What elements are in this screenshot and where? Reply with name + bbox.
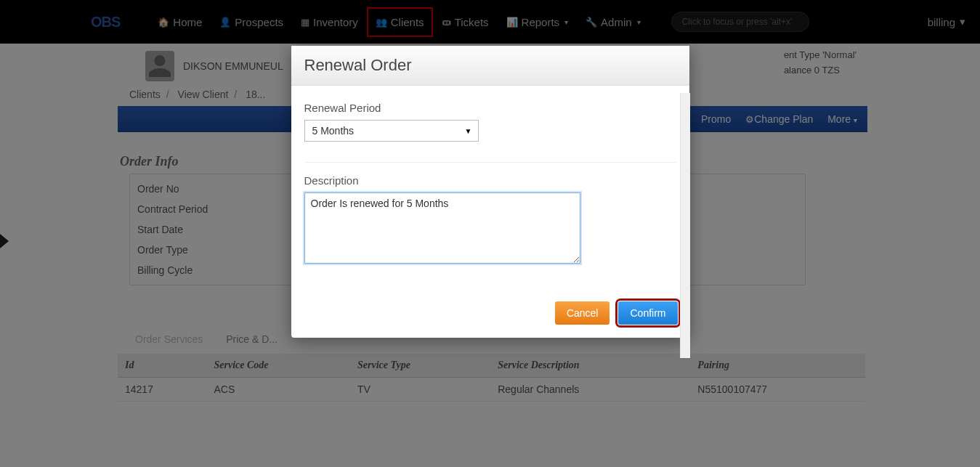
cancel-button[interactable]: Cancel	[555, 301, 610, 325]
renewal-order-modal: Renewal Order Renewal Period 5 Months ▼ …	[291, 46, 689, 338]
description-label: Description	[304, 174, 676, 187]
renewal-period-value: 5 Months	[312, 125, 355, 137]
chevron-down-icon: ▼	[465, 127, 472, 135]
description-input[interactable]	[304, 192, 580, 264]
modal-body: Renewal Period 5 Months ▼ Description	[291, 86, 689, 272]
renewal-period-select[interactable]: 5 Months ▼	[304, 120, 479, 142]
renewal-period-label: Renewal Period	[304, 102, 676, 114]
modal-scrollbar[interactable]	[680, 93, 690, 358]
modal-footer: Cancel Confirm	[291, 272, 689, 338]
confirm-button[interactable]: Confirm	[618, 301, 677, 325]
divider	[304, 162, 676, 163]
modal-title: Renewal Order	[304, 56, 676, 75]
modal-header: Renewal Order	[291, 46, 689, 86]
